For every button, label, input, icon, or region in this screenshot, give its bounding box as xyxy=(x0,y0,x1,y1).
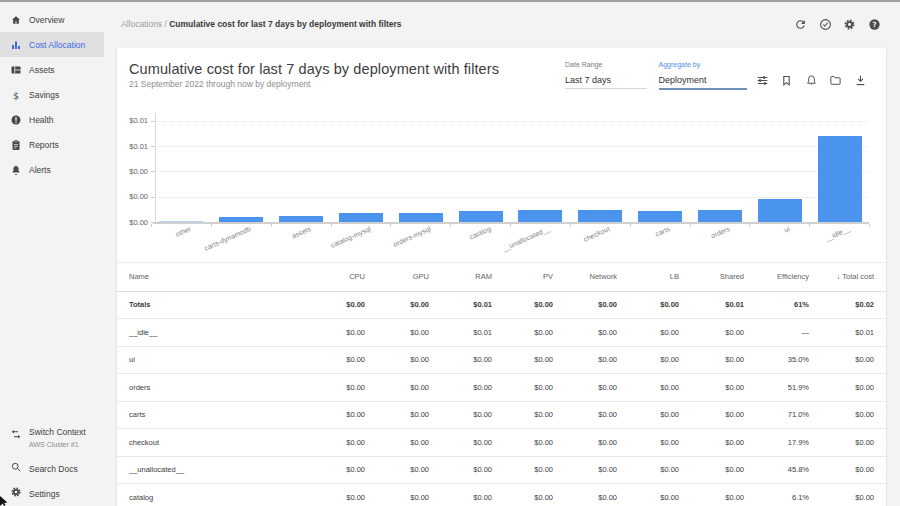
sidebar-item-label: Settings xyxy=(29,489,60,499)
cell-lb: $0.00 xyxy=(617,401,679,429)
cluster-context-label: AWS Cluster #1 xyxy=(29,441,86,448)
x-axis-tick xyxy=(510,224,511,227)
bar-__unallocated__[interactable] xyxy=(518,210,562,222)
cell-gpu: $0.00 xyxy=(365,456,429,484)
table-row-orders[interactable]: orders$0.00$0.00$0.00$0.00$0.00$0.00$0.0… xyxy=(117,374,886,402)
check-circle-icon[interactable] xyxy=(819,18,832,31)
breadcrumb-current: Cumulative cost for last 7 days by deplo… xyxy=(169,19,401,29)
cell-total-cost: $0.02 xyxy=(809,291,886,319)
refresh-icon[interactable] xyxy=(794,18,807,31)
gear-icon[interactable] xyxy=(843,18,856,31)
breadcrumb-allocations[interactable]: Allocations xyxy=(121,19,162,29)
window-top-edge xyxy=(0,0,900,2)
y-axis-tick-label: $0.00 xyxy=(117,192,148,201)
bar-checkout[interactable] xyxy=(578,210,622,222)
col-header-network[interactable]: Network xyxy=(553,262,617,291)
table-row-catalog[interactable]: catalog$0.00$0.00$0.00$0.00$0.00$0.00$0.… xyxy=(117,484,886,506)
x-axis-tick xyxy=(749,224,750,227)
bar-ui[interactable] xyxy=(758,199,802,222)
col-header-gpu[interactable]: GPU xyxy=(365,262,429,291)
col-header-lb[interactable]: LB xyxy=(617,262,679,291)
col-header-cpu[interactable]: CPU xyxy=(302,262,365,291)
cell-ram: $0.01 xyxy=(429,319,492,347)
cell-network: $0.00 xyxy=(553,456,617,484)
x-axis-tick xyxy=(809,224,810,227)
cell-gpu: $0.00 xyxy=(365,374,429,402)
cell-total-cost: $0.00 xyxy=(809,401,886,429)
cell-network: $0.00 xyxy=(553,319,617,347)
chart-gridline xyxy=(155,121,868,122)
help-icon[interactable]: ? xyxy=(868,18,881,31)
bar-orders-mysql[interactable] xyxy=(399,213,443,222)
x-axis-tick xyxy=(390,224,391,227)
sidebar-item-label: Alerts xyxy=(29,165,51,175)
bar-other[interactable] xyxy=(159,221,203,223)
col-header-name[interactable]: Name xyxy=(117,262,302,291)
col-header-ram[interactable]: RAM xyxy=(429,262,492,291)
col-header-efficiency[interactable]: Efficiency xyxy=(744,262,809,291)
cell-gpu: $0.00 xyxy=(365,401,429,429)
cell-gpu: $0.00 xyxy=(365,319,429,347)
sidebar-item-label: Reports xyxy=(29,140,59,150)
cell-cpu: $0.00 xyxy=(302,429,365,457)
sidebar-item-settings[interactable]: Settings xyxy=(0,479,117,504)
bar-carts[interactable] xyxy=(638,211,682,222)
sidebar-item-label: Search Docs xyxy=(29,464,78,474)
cell-pv: $0.00 xyxy=(492,346,553,374)
sidebar-item-overview[interactable]: Overview xyxy=(0,7,104,32)
sidebar-item-savings[interactable]: $Savings xyxy=(0,82,104,107)
table-row--idle-[interactable]: __idle__$0.00$0.00$0.01$0.00$0.00$0.00$0… xyxy=(117,319,886,347)
x-axis-tick xyxy=(630,224,631,227)
cell-lb: $0.00 xyxy=(617,429,679,457)
sidebar: OverviewCost AllocationAssets$SavingsHea… xyxy=(0,2,117,506)
cell-pv: $0.00 xyxy=(492,291,553,319)
sidebar-item-label: Cost Allocation xyxy=(29,40,85,50)
bell-icon xyxy=(10,164,22,176)
svg-text:$: $ xyxy=(13,89,19,100)
bar-__idle__[interactable] xyxy=(818,136,862,222)
sidebar-item-cost-allocation[interactable]: Cost Allocation xyxy=(0,32,104,57)
cell-pv: $0.00 xyxy=(492,374,553,402)
cell-name: checkout xyxy=(117,429,302,457)
sidebar-item-search-docs[interactable]: Search Docs xyxy=(0,454,117,479)
sidebar-item-switch-context[interactable]: Switch ContextAWS Cluster #1 xyxy=(0,419,117,449)
sidebar-item-label: Switch Context xyxy=(29,427,86,437)
health-alert-icon xyxy=(10,114,22,126)
report-card: Cumulative cost for last 7 days by deplo… xyxy=(117,48,886,506)
cell-pv: $0.00 xyxy=(492,429,553,457)
sidebar-item-reports[interactable]: Reports xyxy=(0,132,104,157)
sidebar-item-assets[interactable]: Assets xyxy=(0,57,104,82)
cell-name: __idle__ xyxy=(117,319,302,347)
cell-total-cost: $0.00 xyxy=(809,346,886,374)
table-row-checkout[interactable]: checkout$0.00$0.00$0.00$0.00$0.00$0.00$0… xyxy=(117,429,886,457)
cell-efficiency: 71.0% xyxy=(744,401,809,429)
col-header-pv[interactable]: PV xyxy=(492,262,553,291)
cell-ram: $0.00 xyxy=(429,374,492,402)
bar-catalog[interactable] xyxy=(459,211,503,222)
x-axis-tick xyxy=(570,224,571,227)
cell-name: orders xyxy=(117,374,302,402)
assets-grid-icon xyxy=(10,64,22,76)
cell-pv: $0.00 xyxy=(492,319,553,347)
table-row-carts[interactable]: carts$0.00$0.00$0.00$0.00$0.00$0.00$0.00… xyxy=(117,401,886,429)
bar-carts-dynamodb[interactable] xyxy=(219,217,263,222)
allocation-table-wrap: NameCPUGPURAMPVNetworkLBSharedEfficiency… xyxy=(117,262,886,506)
bar-orders[interactable] xyxy=(698,210,742,222)
cell-total-cost: $0.00 xyxy=(809,429,886,457)
table-row-ui[interactable]: ui$0.00$0.00$0.00$0.00$0.00$0.00$0.0035.… xyxy=(117,346,886,374)
x-axis-tick xyxy=(331,224,332,227)
col-header-shared[interactable]: Shared xyxy=(679,262,744,291)
table-row--unallocated-[interactable]: __unallocated__$0.00$0.00$0.00$0.00$0.00… xyxy=(117,456,886,484)
svg-text:?: ? xyxy=(872,20,876,29)
cell-ram: $0.00 xyxy=(429,429,492,457)
bar-assets[interactable] xyxy=(279,216,323,222)
bar-chart-icon xyxy=(10,39,22,51)
col-header-total-cost[interactable]: ↓ Total cost xyxy=(809,262,886,291)
sidebar-item-alerts[interactable]: Alerts xyxy=(0,157,104,182)
bar-catalog-mysql[interactable] xyxy=(339,213,383,222)
sidebar-item-health[interactable]: Health xyxy=(0,107,104,132)
table-row-totals[interactable]: Totals$0.00$0.00$0.01$0.00$0.00$0.00$0.0… xyxy=(117,291,886,319)
swap-arrows-icon xyxy=(10,428,22,440)
mouse-cursor xyxy=(0,496,10,506)
cell-name: Totals xyxy=(117,291,302,319)
